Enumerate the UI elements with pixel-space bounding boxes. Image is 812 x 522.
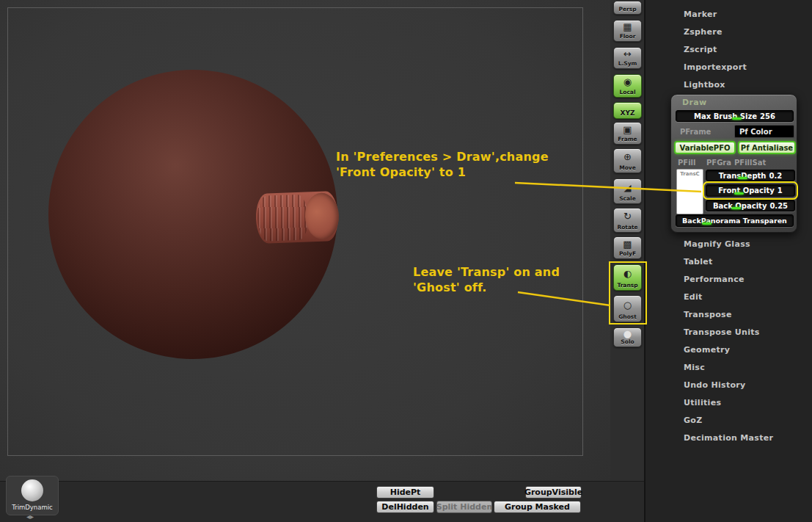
toolbar-button-label: PolyF [619,250,636,258]
transc-label: TransC [680,171,699,177]
slider-led [732,117,742,120]
front-opacity-slider[interactable]: Front Opacity 1 [706,184,795,197]
hidept-button[interactable]: HidePt [376,486,434,499]
pref-item-geometry[interactable]: Geometry [645,341,812,359]
brush-preview-icon [21,479,43,501]
pframe-button[interactable]: PFrame [680,128,711,136]
toolbar-button-label: Persp [618,6,636,14]
preferences-menu-top: Marker Zsphere Zscript Importexport Ligh… [645,6,812,94]
document-canvas[interactable] [0,0,610,481]
pf-antialiase-button[interactable]: Pf Antialiase [738,141,796,154]
annotation-line2: 'Ghost' off. [413,280,560,295]
slider-value: 0.25 [769,202,788,210]
toolbar-button-label: Transp [617,282,637,290]
pf-color-swatch[interactable]: Pf Color [734,125,794,138]
groupvisible-button[interactable]: GroupVisible [525,486,582,499]
pref-item-tablet[interactable]: Tablet [645,253,812,271]
slider-label: Max Brush Size [694,112,757,120]
pref-item-goz[interactable]: GoZ [645,412,812,429]
toolbar-button-floor[interactable]: ▦ Floor [613,20,642,42]
toolbar-button-move[interactable]: ⊕ Move [613,148,642,173]
max-brush-size-slider[interactable]: Max Brush Size 256 [676,110,794,122]
pref-item-lightbox[interactable]: Lightbox [645,76,812,94]
slider-led [734,192,744,195]
pfill-button[interactable]: PFill [678,159,695,167]
toolbar-button-local[interactable]: ◉ Local [613,74,642,98]
pref-item-decimation-master[interactable]: Decimation Master [645,429,812,447]
slider-value: 256 [760,112,775,120]
group-masked-button[interactable]: Group Masked [494,501,581,513]
pref-item-magnify-glass[interactable]: Magnify Glass [645,236,812,253]
annotation-line2: 'Front Opacity' to 1 [336,164,549,180]
annotation-line1: In 'Preferences > Draw',change [336,149,549,164]
rotate-icon: ↻ [623,209,632,224]
brush-label: TrimDynamic [12,504,53,511]
sphere-knob[interactable] [255,191,339,244]
slider-led [738,177,747,179]
floor-icon: ▦ [623,21,632,33]
pref-item-utilities[interactable]: Utilities [645,394,812,412]
toolbar-button-label: Floor [620,33,636,41]
pref-item-misc[interactable]: Misc [645,359,812,377]
annotation-line1: Leave 'Transp' on and [413,264,560,280]
toolbar-button-rotate[interactable]: ↻ Rotate [613,208,642,233]
toolbar-button-label: Solo [621,338,634,347]
pfillsat-button[interactable]: PFillSat [734,159,766,167]
toolbar-button-xyz[interactable]: XYZ [613,102,642,119]
scroll-arrows-icon[interactable]: ◂▸ [26,512,34,521]
ghost-icon: ○ [623,296,632,313]
slider-led [731,207,741,209]
toolbar-button-label: Frame [618,136,637,144]
toolbar-button-label: Local [619,89,635,97]
slider-value: 0.2 [769,172,782,180]
back-opacity-slider[interactable]: Back Opacity 0.25 [706,200,795,211]
local-icon: ◉ [623,75,632,89]
pref-item-transpose-units[interactable]: Transpose Units [645,324,812,341]
back-panorama-button[interactable]: BackPanorama Transparen [676,214,794,227]
local-symmetry-icon: ↔ [623,48,632,60]
pref-item-marker[interactable]: Marker [645,6,812,23]
preferences-panel: Marker Zsphere Zscript Importexport Ligh… [644,0,812,522]
delhidden-button[interactable]: DelHidden [376,501,434,513]
slider-label: Front Opacity [718,186,774,195]
toolbar-button-label: Scale [619,195,636,203]
toolbar-button-persp[interactable]: Persp [613,1,642,15]
preferences-menu-bottom: Magnify Glass Tablet Performance Edit Tr… [645,236,812,447]
pref-item-importexport[interactable]: Importexport [645,59,812,76]
slider-value: 1 [778,186,783,195]
toolbar-button-scale[interactable]: ◢ Scale [613,178,642,204]
toolbar-button-transp[interactable]: ◐ Transp [613,264,642,291]
variable-pfo-button[interactable]: VariablePFO [674,141,736,154]
toolbar-button-polyf[interactable]: ▩ PolyF [613,236,642,259]
slider-label: BackPanorama Transparen [682,217,787,225]
toolbar-button-solo[interactable]: ● Solo [613,327,642,347]
split-hidden-button[interactable]: Split Hidden [436,501,492,513]
annotation-transp-ghost: Leave 'Transp' on and 'Ghost' off. [413,264,560,295]
toolbar-button-frame[interactable]: ▣ Frame [613,122,642,145]
annotation-front-opacity: In 'Preferences > Draw',change 'Front Op… [336,149,549,180]
transparency-icon: ◐ [623,265,632,282]
toolbar-button-label: Move [619,164,636,173]
frame-icon: ▣ [623,123,632,136]
transc-color-swatch[interactable]: TransC [676,169,703,214]
toolbar-button-label: L.Sym [618,60,637,68]
scale-icon: ◢ [624,179,632,195]
pref-item-zsphere[interactable]: Zsphere [645,23,812,41]
trans-depth-slider[interactable]: TransDepth 0.2 [706,170,795,181]
toolbar-button-lsym[interactable]: ↔ L.Sym [613,47,642,69]
polyframe-icon: ▩ [623,237,632,250]
toolbar-button-label: XYZ [621,109,635,118]
current-brush-trimdynamic[interactable]: TrimDynamic [6,476,59,515]
draw-panel-title: Draw [682,98,706,107]
slider-led [702,222,712,225]
solo-icon: ● [623,328,632,338]
pref-item-transpose[interactable]: Transpose [645,306,812,324]
pref-item-edit[interactable]: Edit [645,289,812,306]
toolbar-button-label: Rotate [617,224,637,232]
pref-item-zscript[interactable]: Zscript [645,41,812,59]
zbrush-app: In 'Preferences > Draw',change 'Front Op… [0,0,812,522]
pfgra-button[interactable]: PFGra [706,159,731,167]
toolbar-button-ghost[interactable]: ○ Ghost [613,295,642,322]
pref-item-undo-history[interactable]: Undo History [645,377,812,394]
pref-item-performance[interactable]: Performance [645,271,812,289]
